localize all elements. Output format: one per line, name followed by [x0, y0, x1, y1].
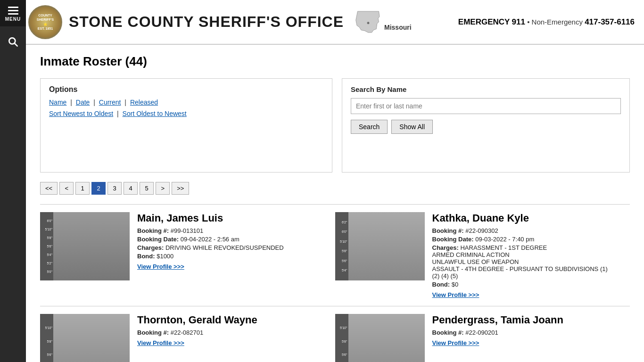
inmate-photo-kathka: 6'2" 6'0" 5'10" 5'8" 5'6" 5'4": [335, 212, 425, 280]
page-4-btn[interactable]: 4: [124, 182, 138, 195]
page-1-btn[interactable]: 1: [75, 182, 90, 195]
inmate-cell-thornton: 5'10" 5'8" 5'6" 5'4" Thornton, Gerald Wa…: [40, 314, 335, 362]
options-links: Name | Date | Current | Released: [49, 99, 323, 106]
inmate-booking-num-3: Booking #: #22-082701: [137, 329, 321, 336]
inmate-booking-num-4: Booking #: #22-090201: [432, 329, 616, 336]
main-content: Inmate Roster (44) Options Name | Date |…: [26, 45, 644, 362]
header-title-block: STONE COUNTY SHERIFF'S OFFICE: [69, 14, 344, 30]
charges-label-2: Charges:: [432, 244, 459, 251]
non-emergency-number: 417-357-6116: [585, 17, 635, 26]
page-3-btn[interactable]: 3: [107, 182, 122, 195]
page-last-btn[interactable]: >>: [172, 182, 189, 195]
emergency-info: EMERGENCY 911 • Non-Emergency 417-357-61…: [458, 17, 635, 27]
inmate-photo-main: 6'0" 5'10" 5'8" 5'6" 5'4" 5'2" 5'0": [40, 212, 130, 280]
view-profile-link-thornton[interactable]: View Profile >>>: [137, 339, 184, 346]
missouri-map-icon: [354, 9, 382, 35]
photo-body-4: [348, 314, 425, 362]
inmate-booking-date-2: Booking Date: 09-03-2022 - 7:40 pm: [432, 236, 616, 243]
photo-body-3: [53, 314, 130, 362]
inmate-info-kathka: Kathka, Duane Kyle Booking #: #22-090302…: [432, 212, 616, 298]
inmate-cell-main: 6'0" 5'10" 5'8" 5'6" 5'4" 5'2" 5'0" Main…: [40, 212, 335, 298]
photo-ruler: 6'0" 5'10" 5'8" 5'6" 5'4" 5'2" 5'0": [40, 212, 53, 280]
inmate-info-thornton: Thornton, Gerald Wayne Booking #: #22-08…: [137, 314, 321, 346]
options-sort: Sort Newest to Oldest | Sort Oldest to N…: [49, 110, 323, 117]
page-5-btn[interactable]: 5: [140, 182, 154, 195]
photo-placeholder-3: 5'10" 5'8" 5'6" 5'4": [40, 314, 130, 362]
charges-label: Charges:: [137, 244, 164, 251]
booking-date-value-2: 09-03-2022 - 7:40 pm: [475, 236, 534, 243]
menu-label: MENU: [5, 16, 21, 22]
booking-num-value-2: #22-090302: [465, 227, 498, 234]
view-profile-link-main[interactable]: View Profile >>>: [137, 263, 184, 270]
bond-value: $1000: [157, 253, 173, 260]
inmate-bond-2: Bond: $0: [432, 281, 616, 288]
search-input[interactable]: [351, 98, 621, 114]
booking-num-value-3: #22-082701: [171, 329, 203, 336]
bond-value-2: $0: [452, 281, 458, 288]
hamburger-icon: [0, 7, 26, 15]
org-name: STONE COUNTY SHERIFF'S OFFICE: [69, 14, 344, 30]
sort-oldest-link[interactable]: Sort Oldest to Newest: [123, 110, 187, 117]
inmate-cell-kathka: 6'2" 6'0" 5'10" 5'8" 5'6" 5'4" Kathka, D…: [335, 212, 630, 298]
pagination: << < 1 2 3 4 5 > >>: [40, 182, 630, 195]
options-box: Options Name | Date | Current | Released…: [40, 78, 332, 173]
sidebar-search-icon[interactable]: [7, 36, 19, 49]
booking-num-value: #99-013101: [171, 227, 203, 234]
photo-ruler-2: 6'2" 6'0" 5'10" 5'8" 5'6" 5'4": [335, 212, 348, 280]
inmate-cell-pendergrass: 5'10" 5'8" 5'6" 5'4" Pendergrass, Tamia …: [335, 314, 630, 362]
photo-placeholder-2: 6'2" 6'0" 5'10" 5'8" 5'6" 5'4": [335, 212, 425, 280]
inmate-booking-date: Booking Date: 09-04-2022 - 2:56 am: [137, 236, 321, 243]
state-label: Missouri: [384, 24, 412, 31]
separator: •: [527, 18, 531, 26]
inmate-charges: Charges: DRIVING WHILE REVOKED/SUSPENDED: [137, 244, 321, 251]
photo-body: [53, 212, 130, 280]
inmate-name-2: Kathka, Duane Kyle: [432, 212, 616, 224]
sidebar: MENU: [0, 0, 26, 362]
booking-date-value: 09-04-2022 - 2:56 am: [181, 236, 239, 243]
charges-value: DRIVING WHILE REVOKED/SUSPENDED: [165, 244, 284, 251]
search-box: Search By Name Search Show All: [342, 78, 630, 173]
search-buttons: Search Show All: [351, 120, 621, 134]
inmate-row: 6'0" 5'10" 5'8" 5'6" 5'4" 5'2" 5'0" Main…: [40, 204, 630, 306]
inmate-charges-2: Charges: HARASSMENT - 1ST DEGREEARMED CR…: [432, 244, 616, 280]
sheriff-logo: COUNTYSHERIFF'S⭐EST. 1851: [28, 5, 62, 39]
header: COUNTYSHERIFF'S⭐EST. 1851 STONE COUNTY S…: [0, 0, 644, 45]
view-profile-link-kathka[interactable]: View Profile >>>: [432, 291, 479, 298]
show-all-button[interactable]: Show All: [391, 120, 433, 134]
option-current-link[interactable]: Current: [99, 99, 121, 106]
inmate-grid: 6'0" 5'10" 5'8" 5'6" 5'4" 5'2" 5'0" Main…: [40, 204, 630, 362]
inmate-info-main: Main, James Luis Booking #: #99-013101 B…: [137, 212, 321, 270]
svg-point-2: [367, 22, 370, 25]
booking-date-label-2: Booking Date:: [432, 236, 474, 243]
booking-num-label-3: Booking #:: [137, 329, 169, 336]
photo-placeholder-4: 5'10" 5'8" 5'6" 5'4": [335, 314, 425, 362]
option-released-link[interactable]: Released: [130, 99, 158, 106]
booking-num-label-2: Booking #:: [432, 227, 464, 234]
state-block: Missouri: [354, 9, 412, 35]
charges-value-2: HARASSMENT - 1ST DEGREEARMED CRIMINAL AC…: [432, 244, 608, 280]
view-profile-link-pendergrass[interactable]: View Profile >>>: [432, 339, 479, 346]
inmate-booking-num: Booking #: #99-013101: [137, 227, 321, 234]
header-left: COUNTYSHERIFF'S⭐EST. 1851 STONE COUNTY S…: [28, 5, 412, 39]
search-button[interactable]: Search: [351, 120, 388, 134]
inmate-name-3: Thornton, Gerald Wayne: [137, 314, 321, 326]
bond-label: Bond:: [137, 253, 155, 260]
page-prev-btn[interactable]: <: [59, 182, 74, 195]
option-date-link[interactable]: Date: [76, 99, 90, 106]
page-2-btn[interactable]: 2: [91, 182, 106, 195]
inmate-row-2: 5'10" 5'8" 5'6" 5'4" Thornton, Gerald Wa…: [40, 306, 630, 362]
page-first-btn[interactable]: <<: [40, 182, 58, 195]
inmate-booking-num-2: Booking #: #22-090302: [432, 227, 616, 234]
booking-num-label: Booking #:: [137, 227, 169, 234]
booking-date-label: Booking Date:: [137, 236, 179, 243]
bond-label-2: Bond:: [432, 281, 450, 288]
sort-newest-link[interactable]: Sort Newest to Oldest: [49, 110, 113, 117]
options-search-row: Options Name | Date | Current | Released…: [40, 78, 630, 173]
page-next-btn[interactable]: >: [156, 182, 170, 195]
menu-button[interactable]: MENU: [0, 0, 26, 26]
option-name-link[interactable]: Name: [49, 99, 66, 106]
inmate-photo-pendergrass: 5'10" 5'8" 5'6" 5'4": [335, 314, 425, 362]
inmate-name: Main, James Luis: [137, 212, 321, 224]
non-emergency-label: Non-Emergency: [532, 18, 583, 26]
inmate-bond: Bond: $1000: [137, 253, 321, 260]
